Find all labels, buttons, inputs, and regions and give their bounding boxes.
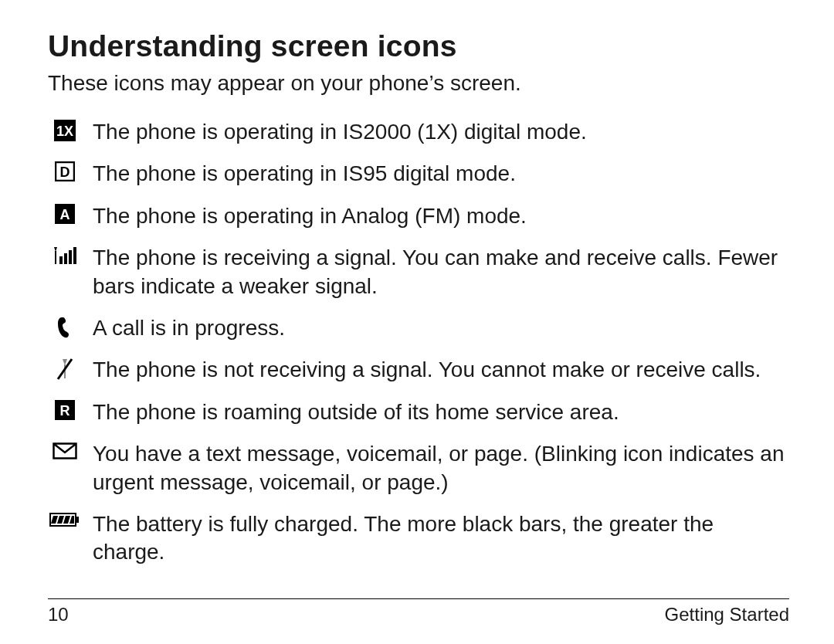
svg-rect-9 <box>64 253 67 264</box>
a-mode-icon: A <box>48 202 82 224</box>
svg-rect-8 <box>59 256 63 264</box>
svg-text:R: R <box>60 403 70 419</box>
manual-page: Understanding screen icons These icons m… <box>0 0 834 644</box>
signal-icon <box>48 244 82 266</box>
no-signal-icon <box>48 356 82 381</box>
svg-text:A: A <box>60 207 70 222</box>
list-item: D The phone is operating in IS95 digital… <box>48 160 789 188</box>
page-footer: 10 Getting Started <box>48 598 789 625</box>
list-item: 1X The phone is operating in IS2000 (1X)… <box>48 118 789 146</box>
list-item-desc: The phone is roaming outside of its home… <box>93 398 789 426</box>
svg-marker-12 <box>63 359 67 365</box>
icon-list: 1X The phone is operating in IS2000 (1X)… <box>48 118 789 567</box>
svg-rect-10 <box>69 250 72 264</box>
list-item: You have a text message, voicemail, or p… <box>48 440 789 497</box>
list-item-desc: The phone is not receiving a signal. You… <box>93 356 789 384</box>
list-item: The phone is receiving a signal. You can… <box>48 244 789 300</box>
list-item: A call is in progress. <box>48 314 789 342</box>
list-item: The battery is fully charged. The more b… <box>48 510 789 567</box>
roaming-icon: R <box>48 398 82 420</box>
list-item-desc: The battery is fully charged. The more b… <box>93 510 789 567</box>
svg-rect-19 <box>76 517 79 523</box>
page-number: 10 <box>48 604 69 625</box>
list-item: A The phone is operating in Analog (FM) … <box>48 202 789 230</box>
list-item: R The phone is roaming outside of its ho… <box>48 398 789 426</box>
section-title: Getting Started <box>665 604 789 625</box>
message-icon <box>48 440 82 460</box>
page-heading: Understanding screen icons <box>48 29 789 63</box>
list-item-desc: A call is in progress. <box>93 314 789 342</box>
svg-rect-11 <box>73 247 76 264</box>
battery-icon <box>48 510 82 527</box>
list-item-desc: The phone is operating in Analog (FM) mo… <box>93 202 789 230</box>
d-mode-icon: D <box>48 160 82 181</box>
svg-text:D: D <box>60 164 70 180</box>
list-item: The phone is not receiving a signal. You… <box>48 356 789 384</box>
svg-text:1X: 1X <box>56 124 73 139</box>
call-icon <box>48 314 82 339</box>
list-item-desc: The phone is operating in IS2000 (1X) di… <box>93 118 789 146</box>
one-x-icon: 1X <box>48 118 82 141</box>
intro-text: These icons may appear on your phone’s s… <box>48 69 789 97</box>
list-item-desc: The phone is operating in IS95 digital m… <box>93 160 789 188</box>
svg-rect-7 <box>55 251 56 264</box>
footer-rule <box>48 598 789 599</box>
list-item-desc: You have a text message, voicemail, or p… <box>93 440 789 497</box>
list-item-desc: The phone is receiving a signal. You can… <box>93 244 789 300</box>
